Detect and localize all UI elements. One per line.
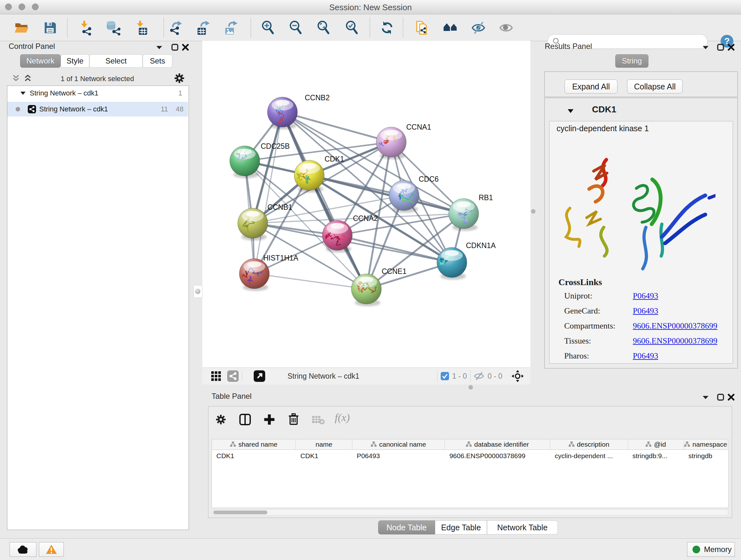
export-image-icon[interactable] [223, 20, 239, 36]
network-node-CCNA1[interactable] [376, 127, 406, 159]
table-cell[interactable]: CDK1 [212, 450, 296, 462]
close-table-icon[interactable] [726, 392, 736, 402]
table-row[interactable]: CDK1CDK1P064939606.ENSP00000378699cyclin… [212, 450, 728, 462]
memory-button[interactable]: Memory [687, 542, 735, 557]
float-table-icon[interactable] [701, 392, 711, 402]
table-cell[interactable]: CDK1 [296, 450, 352, 462]
table-settings-icon[interactable] [215, 414, 227, 426]
table-cell[interactable]: stringdb [684, 450, 728, 462]
float-results-icon[interactable] [701, 43, 711, 52]
table-cell[interactable]: cyclin-dependent ... [550, 450, 628, 462]
zoom-selected-icon[interactable] [344, 20, 360, 36]
tab-style[interactable]: Style [61, 54, 89, 68]
network-node-CCNB2[interactable] [267, 97, 297, 129]
hidden-eye-icon[interactable] [474, 371, 484, 381]
collapse-all-networks-icon[interactable] [11, 73, 21, 83]
float-panel-icon[interactable] [154, 43, 164, 52]
delete-table-icon[interactable] [312, 415, 325, 425]
selected-checkbox-icon[interactable] [441, 372, 449, 380]
network-node-CCNB1[interactable] [238, 208, 268, 240]
close-results-icon[interactable] [726, 43, 736, 52]
maximize-results-icon[interactable] [716, 43, 725, 52]
table-cell[interactable]: stringdb:9... [628, 450, 684, 462]
network-node-CDC25B[interactable] [230, 146, 260, 178]
zoom-fit-icon[interactable] [316, 20, 331, 36]
tab-string-results[interactable]: String [615, 54, 649, 68]
node-label-CDKN1A: CDKN1A [466, 241, 496, 250]
network-collection-row[interactable]: String Network – cdk1 1 [7, 86, 188, 101]
string-badge-icon[interactable] [227, 370, 239, 382]
string-document-icon[interactable] [414, 20, 429, 36]
function-builder-icon[interactable]: f(x) [335, 412, 350, 424]
save-session-icon[interactable] [43, 20, 58, 36]
show-panel-icon[interactable] [498, 20, 514, 36]
protein-query-icon[interactable] [443, 20, 458, 36]
tab-select[interactable]: Select [89, 54, 143, 68]
tab-sets[interactable]: Sets [143, 54, 172, 68]
statusbar-separator [437, 370, 437, 382]
add-column-icon[interactable] [263, 414, 275, 426]
collapse-all-button[interactable]: Collapse All [627, 79, 683, 94]
hide-panel-icon[interactable] [471, 20, 486, 36]
crosslink-link[interactable]: P06493 [633, 351, 658, 361]
zoom-out-icon[interactable] [288, 20, 304, 36]
bottom-splitter-handle[interactable] [468, 385, 473, 389]
network-node-CCNE1[interactable] [351, 274, 381, 306]
network-options-gear-icon[interactable] [173, 72, 185, 84]
crosslinks-title: CrossLinks [558, 277, 602, 287]
expand-all-button[interactable]: Expand All [564, 79, 617, 94]
toolbar-separator [369, 17, 370, 37]
network-node-CDC6[interactable] [389, 180, 419, 212]
column-header-canonical-name[interactable]: canonical name [352, 439, 445, 449]
import-database-icon[interactable] [106, 20, 121, 36]
network-node-HIST1H1A[interactable] [239, 259, 269, 291]
maximize-table-icon[interactable] [716, 392, 725, 402]
zoom-in-icon[interactable] [260, 20, 276, 36]
horizontal-scrollbar-thumb[interactable] [213, 510, 267, 514]
left-splitter-handle[interactable] [193, 285, 202, 298]
column-header-name[interactable]: name [296, 439, 352, 449]
table-cell[interactable]: P06493 [352, 450, 445, 462]
column-header-database-identifier[interactable]: database identifier [445, 439, 550, 449]
export-table-icon[interactable] [196, 20, 211, 36]
column-header-@id[interactable]: @id [628, 439, 684, 449]
import-table-icon[interactable] [135, 20, 150, 36]
column-header-shared-name[interactable]: shared name [212, 439, 296, 449]
warnings-button[interactable] [39, 542, 64, 557]
import-network-icon[interactable] [79, 20, 94, 36]
maximize-panel-icon[interactable] [170, 43, 180, 52]
network-node-RB1[interactable] [449, 199, 479, 231]
expand-all-networks-icon[interactable] [23, 73, 32, 83]
tab-node-table[interactable]: Node Table [378, 520, 435, 535]
collection-expand-icon[interactable] [19, 90, 26, 97]
pan-mode-icon[interactable] [511, 370, 524, 382]
network-canvas[interactable]: CCNB2CCNA1CDC25BCDK1CDC6RB1CCNB1CCNA2CDK… [202, 41, 530, 368]
column-header-description[interactable]: description [550, 439, 628, 449]
horizontal-scrollbar[interactable] [212, 509, 729, 516]
open-in-browser-icon[interactable] [254, 370, 265, 382]
cloud-button[interactable] [10, 542, 37, 557]
column-header-namespace[interactable]: namespace [684, 439, 728, 449]
section-collapse-icon[interactable] [566, 107, 575, 115]
close-panel-icon[interactable] [181, 43, 190, 52]
refresh-layout-icon[interactable] [380, 20, 395, 36]
birdseye-view-icon[interactable] [211, 371, 221, 381]
network-node-CDKN1A[interactable] [437, 247, 467, 280]
network-node-CCNA2[interactable] [322, 220, 352, 253]
crosslink-link[interactable]: 9606.ENSP00000378699 [633, 321, 718, 331]
crosslink-row: Compartments:9606.ENSP00000378699 [564, 321, 730, 331]
show-columns-icon[interactable] [239, 414, 251, 426]
export-network-icon[interactable] [168, 20, 183, 36]
crosslink-link[interactable]: P06493 [633, 291, 658, 301]
crosslink-link[interactable]: P06493 [633, 306, 658, 316]
tab-edge-table[interactable]: Edge Table [435, 520, 487, 535]
crosslink-link[interactable]: 9606.ENSP00000378699 [633, 336, 718, 346]
delete-column-icon[interactable] [287, 413, 300, 426]
network-row-selected[interactable]: String Network – cdk1 11 48 [7, 102, 188, 117]
right-splitter-handle[interactable] [531, 209, 536, 213]
network-node-CDK1[interactable] [294, 160, 324, 192]
tab-network-table[interactable]: Network Table [487, 520, 558, 535]
table-cell[interactable]: 9606.ENSP00000378699 [445, 450, 550, 462]
tab-network[interactable]: Network [20, 54, 61, 68]
open-session-icon[interactable] [14, 20, 29, 36]
